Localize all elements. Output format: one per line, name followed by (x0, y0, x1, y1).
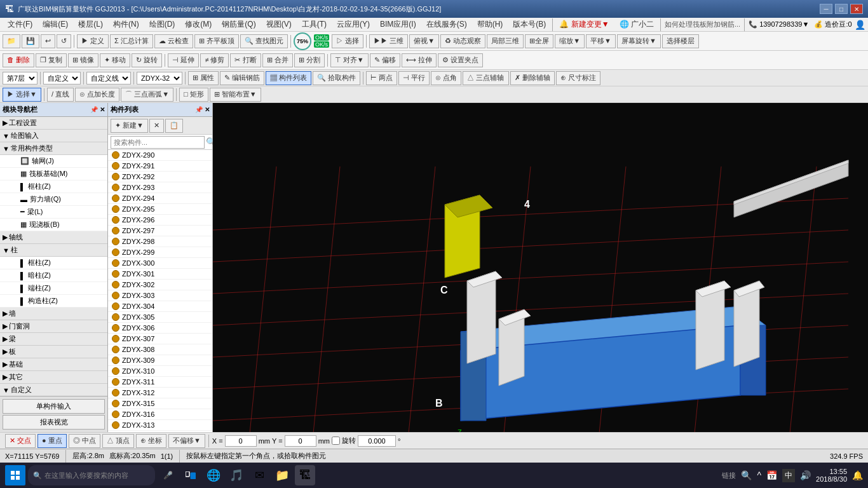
btn-split[interactable]: ⊞ 分割 (294, 53, 325, 67)
btn-snap-vertex[interactable]: △ 顶点 (102, 434, 134, 448)
btn-stretch[interactable]: ⟷ 拉伸 (402, 53, 437, 67)
nav-item-slab[interactable]: ▦ 现浇板(B) (0, 219, 107, 231)
nav-section-axis[interactable]: ▶ 轴线 (0, 231, 107, 244)
taskbar-app-mail[interactable]: ✉ (249, 465, 269, 485)
close-button[interactable]: ✕ (850, 4, 863, 14)
btn-del-axis[interactable]: ✗ 删除辅轴 (510, 71, 555, 85)
taskbar-lang[interactable]: 中 (782, 469, 795, 482)
btn-point-angle[interactable]: ⊙ 点角 (431, 71, 461, 85)
menu-draw[interactable]: 绘图(D) (144, 18, 180, 31)
btn-top-view[interactable]: 俯视▼ (409, 34, 439, 48)
menu-floor[interactable]: 楼层(L) (73, 18, 108, 31)
nav-item-engineering[interactable]: ▶ 工程设置 (0, 117, 107, 130)
nav-item-structcol[interactable]: ▌ 构造柱(Z) (0, 295, 107, 308)
btn-snap-coord[interactable]: ⊕ 坐标 (136, 434, 166, 448)
menu-newchange[interactable]: 🔔 新建变更▼ (554, 18, 614, 31)
btn-grip[interactable]: ⚙ 设置夹点 (438, 53, 483, 67)
btn-select-draw[interactable]: ▶ 选择▼ (3, 88, 41, 102)
minimize-button[interactable]: ─ (820, 4, 832, 14)
list-item[interactable]: ZDYX-290 (108, 150, 212, 161)
taskbar-carot[interactable]: ^ (757, 470, 761, 480)
btn-rect[interactable]: □ 矩形 (179, 88, 208, 102)
taskbar-app-ggj[interactable]: 🏗 (295, 465, 315, 485)
list-item[interactable]: ZDYX-313 (108, 420, 212, 431)
btn-rotate[interactable]: ↻ 旋转 (132, 53, 162, 67)
menu-rebar[interactable]: 钢筋量(Q) (217, 18, 261, 31)
taskbar-calendar-icon[interactable]: 📅 (766, 470, 777, 480)
menu-view[interactable]: 视图(V) (261, 18, 297, 31)
list-item[interactable]: ZDYX-307 (108, 334, 212, 344)
menu-modify[interactable]: 修改(M) (180, 18, 217, 31)
btn-offset[interactable]: ✎ 偏移 (370, 53, 400, 67)
btn-pt-len[interactable]: ⊙ 点加长度 (75, 88, 119, 102)
btn-break[interactable]: ✂ 打断 (230, 53, 261, 67)
btn-snap-center[interactable]: ◎ 中点 (69, 434, 100, 448)
nav-section-plate[interactable]: ▶ 板 (0, 346, 107, 358)
list-item[interactable]: ZDYX-311 (108, 377, 212, 388)
menu-version[interactable]: 版本号(B) (508, 18, 551, 31)
btn-fullscreen[interactable]: ⊞全屏 (525, 34, 553, 48)
btn-select-floor[interactable]: 选择楼层 (662, 34, 699, 48)
btn-redo[interactable]: ↺ (57, 34, 71, 48)
menu-edit[interactable]: 编辑(E) (37, 18, 73, 31)
nav-item-axis[interactable]: 🔲 轴网(J) (0, 155, 107, 168)
taskview-button[interactable] (180, 465, 201, 485)
nav-item-drawing[interactable]: ▼ 绘图输入 (0, 130, 107, 142)
btn-pick-component[interactable]: 🔍 拾取构件 (313, 71, 360, 85)
list-item[interactable]: ZDYX-316 (108, 409, 212, 420)
notification-button[interactable]: 🔔 (852, 470, 863, 480)
taskbar-volume[interactable]: 🔊 (800, 470, 811, 480)
btn-report[interactable]: 报表视览 (3, 415, 105, 430)
btn-pan[interactable]: 平移▼ (586, 34, 616, 48)
nav-item-raft[interactable]: ▦ 筏板基础(M) (0, 168, 107, 180)
nav-section-beam[interactable]: ▶ 梁 (0, 333, 107, 346)
component-search-input[interactable] (111, 136, 205, 149)
list-item[interactable]: ZDYX-294 (108, 193, 212, 204)
menu-file[interactable]: 文件(F) (3, 18, 37, 31)
linetype-select[interactable]: 自定义线 (86, 72, 131, 85)
nav-item-framecol[interactable]: ▌ 框柱(Z) (0, 257, 107, 269)
nav-item-beam[interactable]: ━ 梁(L) (0, 206, 107, 219)
btn-select[interactable]: ▷ 选择 (332, 34, 363, 48)
btn-copy[interactable]: ❐ 复制 (36, 53, 67, 67)
btn-merge[interactable]: ⊞ 合并 (262, 53, 293, 67)
list-item[interactable]: ZDYX-296 (108, 215, 212, 226)
btn-copy-component[interactable]: 📋 (165, 119, 183, 133)
btn-extend[interactable]: ⊣ 延伸 (168, 53, 199, 67)
btn-move[interactable]: ✦ 移动 (100, 53, 130, 67)
btn-line[interactable]: / 直线 (47, 88, 74, 102)
menu-bim[interactable]: BIM应用(I) (375, 18, 421, 31)
menu-online[interactable]: 在线服务(S) (421, 18, 472, 31)
list-item[interactable]: ZDYX-302 (108, 280, 212, 290)
list-item[interactable]: ZDYX-295 (108, 204, 212, 215)
list-item[interactable]: ZDYX-312 (108, 388, 212, 398)
nav-item-col[interactable]: ▌ 框柱(Z) (0, 180, 107, 193)
btn-3d[interactable]: ▶▶ 三维 (369, 34, 408, 48)
btn-3pt-axis[interactable]: △ 三点辅轴 (463, 71, 508, 85)
taskbar-link[interactable]: 链接 (722, 471, 736, 480)
btn-del-component[interactable]: ✕ (149, 119, 164, 133)
nav-section-other[interactable]: ▶ 其它 (0, 371, 107, 384)
menu-help[interactable]: 帮助(H) (472, 18, 508, 31)
btn-calc[interactable]: Σ 汇总计算 (110, 34, 153, 48)
viewport-3d[interactable]: 4 C B 0 A1 Z X (213, 103, 868, 432)
mid-header-pin[interactable]: 📌 ✕ (195, 106, 210, 113)
btn-component-list[interactable]: ▦ 构件列表 (266, 71, 311, 85)
nav-section-door[interactable]: ▶ 门窗洞 (0, 320, 107, 333)
nav-section-common[interactable]: ▼ 常用构件类型 (0, 142, 107, 155)
btn-align[interactable]: ⊤ 对齐▼ (330, 53, 369, 67)
btn-property[interactable]: ⊞ 属性 (188, 71, 219, 85)
menu-gwer[interactable]: 🌐 广小二 (614, 18, 659, 31)
btn-parallel[interactable]: ⊣ 平行 (398, 71, 430, 85)
btn-define[interactable]: ▶ 定义 (77, 34, 109, 48)
btn-local-3d[interactable]: 局部三维 (487, 34, 524, 48)
btn-snap-midpoint[interactable]: ● 重点 (37, 434, 67, 448)
nav-section-custom[interactable]: ▼ 自定义 (0, 384, 107, 396)
list-item[interactable]: ZDYX-292 (108, 172, 212, 182)
nav-section-foundation[interactable]: ▶ 基础 (0, 358, 107, 371)
btn-mirror[interactable]: ⊞ 镜像 (68, 53, 98, 67)
list-item[interactable]: ZDYX-303 (108, 290, 212, 301)
list-item[interactable]: ZDYX-301 (108, 269, 212, 280)
taskbar-app-ie[interactable]: 🌐 (203, 465, 224, 485)
menu-cloud[interactable]: 云应用(Y) (332, 18, 375, 31)
